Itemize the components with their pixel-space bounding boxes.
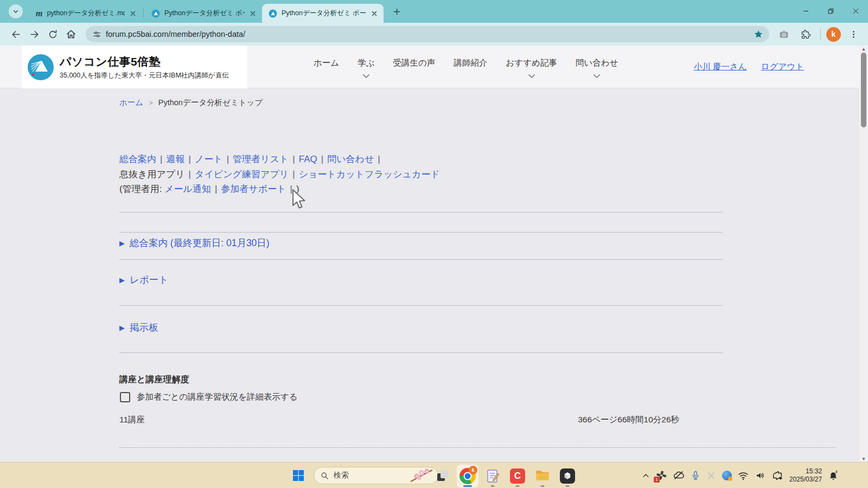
- pipe-separator: |: [185, 169, 195, 179]
- checkbox-label[interactable]: 参加者ごとの講座学習状況を詳細表示する: [137, 391, 298, 403]
- link-contact[interactable]: 問い合わせ: [327, 154, 374, 164]
- link-shuho[interactable]: 週報: [166, 154, 184, 164]
- pipe-separator: |: [184, 154, 194, 164]
- reload-button[interactable]: [43, 25, 62, 43]
- taskbar-camtasia-button[interactable]: C: [507, 465, 528, 487]
- toolbar-divider: [820, 29, 821, 40]
- chevron-down-icon: [593, 74, 601, 79]
- link-shortcut-flashcards[interactable]: ショートカットフラッシュカード: [299, 169, 440, 179]
- section-label[interactable]: 掲示板: [130, 321, 158, 334]
- site-favicon: [269, 9, 277, 18]
- nav-item-contact[interactable]: 問い合わせ: [576, 57, 618, 76]
- tray-notification-bell[interactable]: z: [828, 470, 839, 481]
- logout-link[interactable]: ログアウト: [761, 61, 804, 73]
- section-sogoannai[interactable]: ▶ 総合案内 (最終更新日: 01月30日): [119, 236, 270, 249]
- active-app-indicator: [463, 485, 472, 487]
- nav-item-learn[interactable]: 学ぶ: [358, 57, 374, 76]
- taskbar-file-explorer-button[interactable]: [532, 465, 553, 487]
- tab-search-button[interactable]: [9, 4, 23, 18]
- scrollbar-thumb[interactable]: [861, 53, 866, 127]
- url-text[interactable]: forum.pc5bai.com/member/python-data/: [106, 30, 751, 38]
- profile-avatar[interactable]: k: [826, 27, 841, 42]
- detail-display-checkbox[interactable]: [120, 392, 130, 402]
- section-label[interactable]: レポート: [130, 273, 168, 286]
- close-tab-icon[interactable]: [371, 10, 378, 17]
- extensions-button[interactable]: [796, 25, 815, 43]
- puzzle-icon: [801, 29, 811, 40]
- tray-microphone[interactable]: [691, 470, 700, 481]
- close-tab-icon[interactable]: [249, 10, 257, 17]
- tray-notification-app[interactable]: 1: [656, 470, 667, 481]
- address-bar[interactable]: forum.pc5bai.com/member/python-data/: [86, 26, 769, 42]
- back-button[interactable]: [7, 25, 25, 43]
- nav-item-articles[interactable]: おすすめ記事: [506, 57, 557, 76]
- restore-button[interactable]: [818, 0, 843, 22]
- section-label[interactable]: 総合案内 (最終更新日: 01月30日): [130, 236, 270, 249]
- link-typing-app[interactable]: タイピング練習アプリ: [195, 169, 289, 179]
- minimize-button[interactable]: [793, 0, 818, 22]
- pipe-separator: |: [286, 184, 296, 194]
- pipe-separator: |: [156, 154, 166, 164]
- tray-volume[interactable]: [755, 471, 765, 480]
- taskbar-chrome-button[interactable]: k: [457, 465, 478, 487]
- section-report[interactable]: ▶ レポート: [119, 273, 168, 286]
- user-name-link[interactable]: 小川 慶一さん: [694, 61, 747, 73]
- chrome-profile-badge: k: [469, 466, 477, 474]
- taskbar-search[interactable]: 検索: [314, 467, 438, 484]
- pipe-separator: |: [211, 184, 221, 194]
- taskbar-notepad-button[interactable]: [482, 465, 503, 487]
- link-note[interactable]: ノート: [195, 154, 223, 164]
- nav-item-voices[interactable]: 受講生の声: [393, 57, 436, 76]
- site-info-icon[interactable]: [92, 30, 101, 39]
- tray-wifi[interactable]: [738, 471, 749, 480]
- page-scrollbar[interactable]: ▲ ▼: [859, 46, 868, 462]
- toolbar-right-group: k: [775, 25, 863, 43]
- browser-toolbar: forum.pc5bai.com/member/python-data/ k: [0, 23, 868, 46]
- tray-clock[interactable]: 15:32 2025/03/27: [789, 467, 822, 484]
- tray-close-item[interactable]: [706, 471, 716, 480]
- tray-onedrive-paused[interactable]: [673, 470, 685, 481]
- tab-portal-2-active[interactable]: Pythonデータ分析ゼミ ポータルトップ: [262, 4, 384, 23]
- close-tab-icon[interactable]: [129, 10, 137, 17]
- tray-browser-orb[interactable]: [722, 471, 732, 480]
- site-logo-box[interactable]: パソコン仕事5倍塾 35,000人を指導した東大卒・元日本IBM社内講師が直伝: [22, 46, 247, 88]
- dark-app-icon: [560, 468, 575, 484]
- x-icon: [706, 471, 716, 480]
- tab-portal-1[interactable]: Pythonデータ分析ゼミ ポータルトップ: [145, 4, 262, 23]
- system-tray: 1: [642, 463, 839, 488]
- link-admin-list[interactable]: 管理者リスト: [233, 154, 289, 164]
- dotted-divider-line: [119, 447, 835, 448]
- breadcrumb-separator-icon: >: [149, 99, 153, 107]
- seasonal-blossom-icon[interactable]: [410, 468, 433, 483]
- nav-label: ホーム: [314, 57, 339, 69]
- nav-label: 講師紹介: [454, 57, 487, 69]
- section-board[interactable]: ▶ 掲示板: [119, 321, 158, 334]
- scroll-down-arrow[interactable]: ▼: [859, 455, 868, 462]
- new-tab-button[interactable]: [389, 4, 404, 19]
- link-participant-support[interactable]: 参加者サポート: [221, 184, 286, 194]
- close-window-button[interactable]: [843, 0, 868, 22]
- start-button[interactable]: [292, 469, 305, 484]
- breadcrumb-home-link[interactable]: ホーム: [119, 98, 143, 108]
- forward-button[interactable]: [25, 25, 43, 43]
- tab-markdown-doc[interactable]: m pythonデータ分析ゼミ.md: [29, 4, 142, 23]
- link-sogoannai[interactable]: 総合案内: [119, 154, 156, 164]
- browser-menu-button[interactable]: [844, 25, 863, 43]
- link-faq[interactable]: FAQ: [299, 154, 317, 164]
- taskbar-dark-app-button[interactable]: [557, 465, 578, 487]
- bookmark-button[interactable]: [751, 27, 766, 42]
- link-mail-notify[interactable]: メール通知: [164, 184, 211, 194]
- divider-line: [119, 259, 723, 260]
- home-icon: [66, 29, 76, 40]
- course-count: 11講座: [119, 414, 145, 426]
- nav-item-instructors[interactable]: 講師紹介: [454, 57, 487, 76]
- scroll-up-arrow[interactable]: ▲: [859, 46, 868, 52]
- task-view-button[interactable]: [432, 465, 454, 487]
- tray-studio-effects[interactable]: [771, 470, 783, 481]
- tray-expand-button[interactable]: [642, 472, 650, 480]
- screenshot-button[interactable]: [775, 25, 793, 43]
- clock-time: 15:32: [789, 467, 822, 476]
- chevron-down-icon: [362, 74, 370, 79]
- nav-item-home[interactable]: ホーム: [314, 57, 339, 76]
- home-button[interactable]: [62, 25, 80, 43]
